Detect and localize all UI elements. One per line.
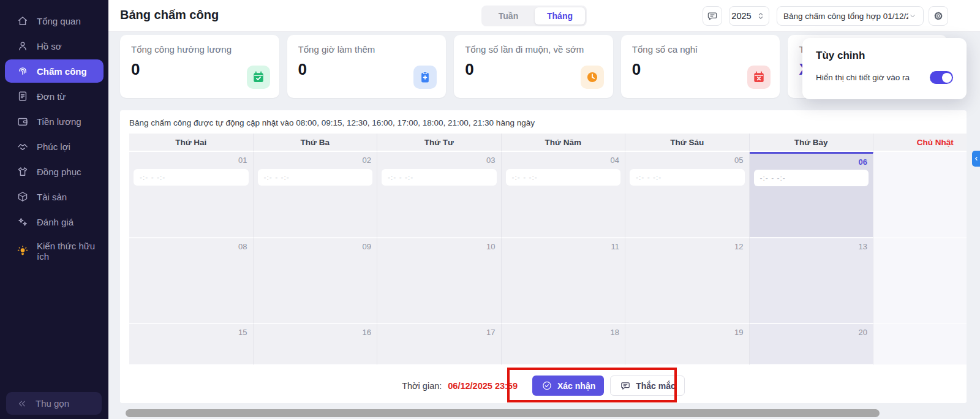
summary-card-cong-huong-luong: Tổng công hưởng lương0 bbox=[120, 35, 279, 98]
calendar-day-cell[interactable]: 08 bbox=[129, 238, 254, 324]
card-label: Tổng công hưởng lương bbox=[131, 44, 268, 55]
year-value: 2025 bbox=[731, 11, 751, 21]
day-number: 11 bbox=[611, 242, 620, 251]
year-stepper[interactable]: 2025 bbox=[729, 6, 769, 26]
day-header: Thứ Ba bbox=[254, 134, 378, 152]
calendar-day-cell[interactable]: 10 bbox=[377, 238, 502, 324]
chevrons-left-icon bbox=[16, 398, 28, 409]
calendar-day-cell[interactable]: 05-:- - -:- bbox=[625, 152, 750, 238]
customize-popup: Tùy chỉnh Hiển thị chi tiết giờ vào ra bbox=[802, 38, 967, 99]
calendar-day-cell[interactable] bbox=[873, 324, 967, 365]
sidebar-item-label: Kiến thức hữu ích bbox=[37, 241, 99, 262]
sidebar-item-label: Đơn từ bbox=[37, 91, 66, 102]
calendar-day-cell[interactable]: 02-:- - -:- bbox=[254, 152, 378, 238]
calendar-day-cell[interactable] bbox=[873, 238, 967, 324]
day-number: 01 bbox=[238, 156, 247, 165]
calendar-day-cell[interactable]: 16 bbox=[254, 324, 378, 365]
chevron-left-icon bbox=[970, 156, 980, 162]
sidebar-item-phuc-loi[interactable]: Phúc lợi bbox=[5, 135, 104, 158]
panel-expand-tab[interactable] bbox=[972, 151, 980, 167]
calendar-day-cell[interactable]: 04-:- - -:- bbox=[502, 152, 626, 238]
tab-month[interactable]: Tháng bbox=[535, 7, 585, 25]
day-number: 09 bbox=[363, 242, 371, 251]
question-label: Thắc mắc bbox=[636, 381, 676, 391]
sidebar-item-label: Đồng phục bbox=[37, 167, 81, 177]
sidebar-item-cham-cong[interactable]: Chấm công bbox=[5, 59, 104, 83]
user-icon bbox=[17, 40, 29, 52]
home-icon bbox=[17, 15, 29, 27]
tab-week[interactable]: Tuần bbox=[483, 7, 533, 25]
check-circle-icon bbox=[541, 380, 553, 391]
comment-button[interactable] bbox=[703, 6, 722, 26]
week-month-toggle: TuầnTháng bbox=[481, 6, 587, 26]
day-number: 13 bbox=[859, 242, 867, 251]
day-number: 20 bbox=[859, 328, 867, 337]
gear-icon bbox=[932, 10, 944, 21]
day-number: 19 bbox=[734, 328, 743, 337]
sidebar-item-ho-so[interactable]: Hồ sơ bbox=[5, 34, 104, 58]
day-number: 12 bbox=[734, 242, 743, 251]
horizontal-scrollbar-thumb[interactable] bbox=[126, 409, 880, 417]
sidebar-item-label: Tổng quan bbox=[37, 16, 81, 26]
clock-icon bbox=[581, 66, 604, 89]
calendar-day-cell[interactable]: 17 bbox=[377, 324, 502, 365]
calendar-day-cell[interactable]: 15 bbox=[129, 324, 254, 365]
day-number: 18 bbox=[611, 328, 619, 337]
day-header: Thứ Hai bbox=[129, 134, 254, 152]
time-entry-pill: -:- - -:- bbox=[754, 170, 869, 186]
collapse-sidebar-button[interactable]: Thu gọn bbox=[6, 392, 102, 415]
sidebar-item-label: Tài sản bbox=[37, 192, 67, 202]
sidebar: Tổng quanHồ sơChấm côngĐơn từTiền lươngP… bbox=[0, 0, 108, 419]
calendar-day-cell[interactable]: 06-:- - -:- bbox=[750, 152, 874, 238]
topbar: Bảng chấm công TuầnTháng 2025 Bảng chấm … bbox=[108, 0, 980, 32]
confirm-button[interactable]: Xác nhận bbox=[532, 376, 604, 396]
sidebar-item-danh-gia[interactable]: Đánh giá bbox=[5, 210, 104, 233]
time-entry-pill: -:- - -:- bbox=[630, 169, 745, 186]
sidebar-item-label: Chấm công bbox=[37, 66, 87, 77]
calendar-day-cell[interactable]: 01-:- - -:- bbox=[129, 152, 254, 238]
sidebar-item-tai-san[interactable]: Tài sản bbox=[5, 185, 104, 208]
day-number: 08 bbox=[238, 242, 247, 251]
card-label: Tổng số lần đi muộn, về sớm bbox=[465, 44, 602, 55]
day-header: Chủ Nhật bbox=[873, 134, 967, 152]
settings-button[interactable] bbox=[929, 6, 948, 26]
calendar-day-cell[interactable]: 19 bbox=[625, 324, 750, 365]
day-number: 02 bbox=[363, 156, 371, 165]
sidebar-item-label: Đánh giá bbox=[37, 217, 74, 227]
time-label: Thời gian: bbox=[402, 381, 442, 391]
sidebar-item-don-tu[interactable]: Đơn từ bbox=[5, 85, 104, 108]
clipboard-plus-icon bbox=[413, 66, 437, 89]
wallet-icon bbox=[17, 115, 29, 127]
calendar-grid: Thứ HaiThứ BaThứ TưThứ NămThứ SáuThứ Bảy… bbox=[129, 134, 967, 365]
calendar-check-icon bbox=[247, 66, 270, 89]
day-header: Thứ Năm bbox=[502, 134, 626, 152]
calendar-day-cell[interactable]: 20 bbox=[750, 324, 874, 365]
time-entry-pill: -:- - -:- bbox=[506, 169, 621, 186]
day-header: Thứ Bảy bbox=[750, 134, 874, 152]
timesheet-panel: Bảng chấm công được tự động cập nhật vào… bbox=[120, 110, 967, 403]
show-detail-option-label: Hiển thị chi tiết giờ vào ra bbox=[816, 73, 910, 82]
chevron-down-icon bbox=[908, 12, 917, 20]
calendar-day-cell[interactable]: 12 bbox=[625, 238, 750, 324]
day-number: 03 bbox=[486, 156, 495, 165]
calendar-day-cell[interactable]: 09 bbox=[254, 238, 378, 324]
report-select[interactable]: Bảng chấm công tổng hợp 01/12/2... bbox=[777, 6, 924, 26]
sidebar-item-kien-thuc[interactable]: Kiến thức hữu ích bbox=[5, 235, 104, 267]
question-button[interactable]: Thắc mắc bbox=[610, 376, 685, 396]
sidebar-item-dong-phuc[interactable]: Đồng phục bbox=[5, 160, 104, 183]
panel-footer: Thời gian: 06/12/2025 23:59 Xác nhận Thắ… bbox=[120, 368, 967, 403]
sidebar-nav: Tổng quanHồ sơChấm côngĐơn từTiền lươngP… bbox=[0, 0, 108, 267]
calendar-x-icon bbox=[747, 66, 771, 89]
show-detail-toggle[interactable] bbox=[930, 71, 953, 84]
calendar-day-cell[interactable] bbox=[873, 152, 967, 238]
calendar-day-cell[interactable]: 11 bbox=[502, 238, 626, 324]
stepper-chevrons-icon[interactable] bbox=[755, 10, 767, 21]
sidebar-item-tien-luong[interactable]: Tiền lương bbox=[5, 110, 104, 133]
calendar-day-cell[interactable]: 13 bbox=[750, 238, 874, 324]
calendar-day-cell[interactable]: 03-:- - -:- bbox=[377, 152, 502, 238]
report-select-value: Bảng chấm công tổng hợp 01/12/2... bbox=[783, 12, 908, 21]
sidebar-item-tong-quan[interactable]: Tổng quan bbox=[5, 9, 104, 32]
card-label: Tổng số ca nghỉ bbox=[632, 44, 769, 55]
chat-bubble-icon bbox=[619, 380, 631, 391]
calendar-day-cell[interactable]: 18 bbox=[502, 324, 626, 365]
